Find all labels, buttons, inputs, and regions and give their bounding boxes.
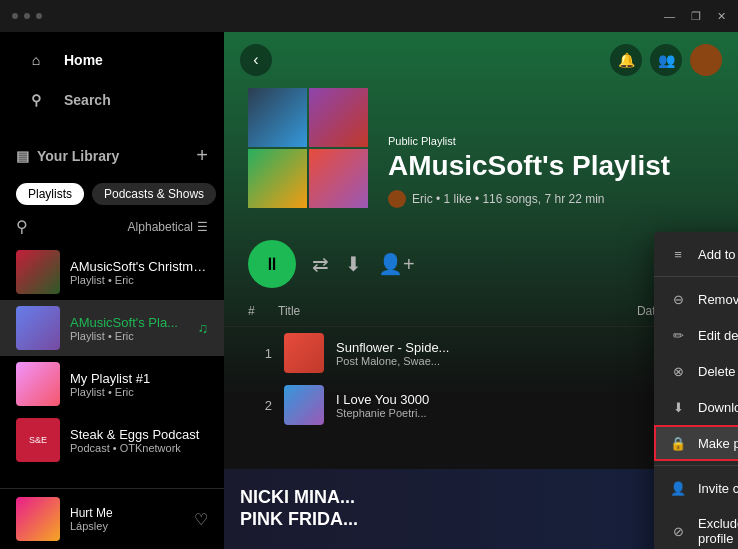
track-artist: Post Malone, Swae... xyxy=(336,355,677,367)
sidebar-library: ▤ Your Library + Playlists Podcasts & Sh… xyxy=(0,128,224,488)
context-menu-item-download[interactable]: ⬇ Download xyxy=(654,389,738,425)
friends-icon[interactable]: 👥 xyxy=(650,44,682,76)
title-bar-controls: — ❐ ✕ xyxy=(664,10,726,23)
play-button[interactable]: ⏸ xyxy=(248,240,296,288)
library-title-label: Your Library xyxy=(37,148,119,164)
library-search-icon[interactable]: ⚲ xyxy=(16,217,28,236)
download-icon: ⬇ xyxy=(670,399,686,415)
list-item[interactable]: AMusicSoft's Christmas... Playlist • Eri… xyxy=(0,244,224,300)
track-thumbnail xyxy=(284,385,324,425)
promo-line2: PINK FRIDA... xyxy=(240,509,358,531)
maximize-button[interactable]: ❐ xyxy=(691,10,701,23)
bell-icon[interactable]: 🔔 xyxy=(610,44,642,76)
save-button[interactable]: ⬇ xyxy=(345,252,362,276)
track-name: I Love You 3000 xyxy=(336,392,677,407)
playlist-type: Public Playlist xyxy=(388,135,670,147)
library-header: ▤ Your Library + xyxy=(0,136,224,175)
delete-icon: ⊗ xyxy=(670,363,686,379)
track-number: 2 xyxy=(248,398,272,413)
sort-list-icon[interactable]: ☰ xyxy=(197,220,208,234)
context-menu-item-make-private[interactable]: 🔒 Make private xyxy=(654,425,738,461)
item-sub: Podcast • OTKnetwork xyxy=(70,442,208,454)
close-button[interactable]: ✕ xyxy=(717,10,726,23)
context-menu-item-delete[interactable]: ⊗ Delete xyxy=(654,353,738,389)
context-item-label: Exclude from your taste profile xyxy=(698,516,738,546)
list-item[interactable]: S&E Steak & Eggs Podcast Podcast • OTKne… xyxy=(0,412,224,468)
playlist-name: AMusicSoft's Playlist xyxy=(388,151,670,182)
remove-profile-icon: ⊖ xyxy=(670,291,686,307)
item-sub: Playlist • Eric xyxy=(70,330,188,342)
lock-icon: 🔒 xyxy=(670,435,686,451)
sidebar-item-label: Home xyxy=(64,52,103,68)
track-info: Sunflower - Spide... Post Malone, Swae..… xyxy=(336,340,677,367)
item-thumbnail xyxy=(16,250,60,294)
item-thumbnail xyxy=(16,306,60,350)
item-sub: Playlist • Eric xyxy=(70,274,208,286)
cover-quad-3 xyxy=(248,149,307,208)
context-menu-item-edit-details[interactable]: ✏ Edit details xyxy=(654,317,738,353)
item-info: AMusicSoft's Pla... Playlist • Eric xyxy=(70,315,188,342)
filter-playlists[interactable]: Playlists xyxy=(16,183,84,205)
item-info: AMusicSoft's Christmas... Playlist • Eri… xyxy=(70,259,208,286)
library-sort-bar: ⚲ Alphabetical ☰ xyxy=(0,213,224,244)
item-name: AMusicSoft's Christmas... xyxy=(70,259,208,274)
item-info: My Playlist #1 Playlist • Eric xyxy=(70,371,208,398)
item-thumbnail xyxy=(16,362,60,406)
title-bar-dot xyxy=(24,13,30,19)
list-item[interactable]: My Playlist #1 Playlist • Eric xyxy=(0,356,224,412)
now-playing-thumb xyxy=(16,497,60,541)
sidebar-item-search[interactable]: ⚲ Search xyxy=(0,80,224,120)
cover-quad-4 xyxy=(309,149,368,208)
sidebar-item-home[interactable]: ⌂ Home xyxy=(0,40,224,80)
cover-quad-1 xyxy=(248,88,307,147)
header-icons: 🔔 👥 xyxy=(610,44,722,76)
home-icon: ⌂ xyxy=(24,48,48,72)
add-user-button[interactable]: 👤+ xyxy=(378,252,415,276)
title-bar: — ❐ ✕ xyxy=(0,0,738,32)
minimize-button[interactable]: — xyxy=(664,10,675,23)
item-info: Steak & Eggs Podcast Podcast • OTKnetwor… xyxy=(70,427,208,454)
playlist-meta-text: Eric • 1 like • 116 songs, 7 hr 22 min xyxy=(412,192,605,206)
context-item-label: Download xyxy=(698,400,738,415)
filter-podcasts[interactable]: Podcasts & Shows xyxy=(92,183,216,205)
context-menu-item-remove-profile[interactable]: ⊖ Remove from profile xyxy=(654,281,738,317)
playing-icon: ♫ xyxy=(198,320,209,336)
item-thumbnail: S&E xyxy=(16,418,60,462)
library-title-button[interactable]: ▤ Your Library xyxy=(16,148,119,164)
edit-icon: ✏ xyxy=(670,327,686,343)
context-divider xyxy=(654,276,738,277)
context-menu-item-invite-collaborators[interactable]: 👤 Invite collaborators xyxy=(654,470,738,506)
library-add-button[interactable]: + xyxy=(196,144,208,167)
col-number: # xyxy=(248,304,278,318)
context-item-label: Edit details xyxy=(698,328,738,343)
sidebar-item-label: Search xyxy=(64,92,111,108)
track-thumbnail xyxy=(284,333,324,373)
sidebar: ⌂ Home ⚲ Search ▤ Your Library + Playlis… xyxy=(0,32,224,549)
promo-line1: NICKI MINA... xyxy=(240,487,358,509)
title-bar-dot xyxy=(12,13,18,19)
avatar[interactable] xyxy=(690,44,722,76)
title-bar-dots xyxy=(12,13,42,19)
playlist-cover xyxy=(248,88,368,208)
context-menu-item-exclude-taste[interactable]: ⊘ Exclude from your taste profile xyxy=(654,506,738,549)
col-title: Title xyxy=(278,304,637,318)
track-info: I Love You 3000 Stephanie Poetri... xyxy=(336,392,677,419)
shuffle-button[interactable]: ⇄ xyxy=(312,252,329,276)
now-playing-bar: Hurt Me Lápsley ♡ xyxy=(0,488,224,549)
item-name: Steak & Eggs Podcast xyxy=(70,427,208,442)
back-button[interactable]: ‹ xyxy=(240,44,272,76)
track-name: Sunflower - Spide... xyxy=(336,340,677,355)
list-item[interactable]: AMusicSoft's Pla... Playlist • Eric ♫ xyxy=(0,300,224,356)
context-item-label: Remove from profile xyxy=(698,292,738,307)
meta-avatar xyxy=(388,190,406,208)
heart-icon[interactable]: ♡ xyxy=(194,510,208,529)
item-sub: Playlist • Eric xyxy=(70,386,208,398)
app-layout: ⌂ Home ⚲ Search ▤ Your Library + Playlis… xyxy=(0,32,738,549)
item-name: AMusicSoft's Pla... xyxy=(70,315,188,330)
exclude-icon: ⊘ xyxy=(670,523,686,539)
track-number: 1 xyxy=(248,346,272,361)
track-artist: Stephanie Poetri... xyxy=(336,407,677,419)
playlist-info: Public Playlist AMusicSoft's Playlist Er… xyxy=(388,135,670,208)
sidebar-nav: ⌂ Home ⚲ Search xyxy=(0,32,224,128)
context-menu-item-add-queue[interactable]: ≡ Add to queue xyxy=(654,236,738,272)
